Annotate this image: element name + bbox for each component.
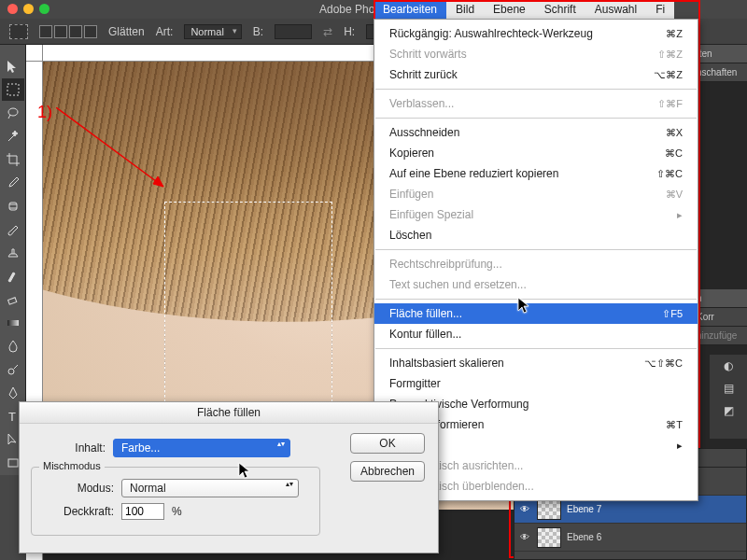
lasso-tool[interactable] [2, 102, 24, 124]
menu-fade[interactable]: Verblassen...⇧⌘F [374, 93, 698, 114]
clone-stamp-tool[interactable] [2, 242, 24, 264]
menu-auswahl[interactable]: Auswahl [585, 0, 646, 19]
dodge-tool[interactable] [2, 358, 24, 381]
annotation-arrow [56, 107, 177, 201]
menu-stroke[interactable]: Kontur füllen... [374, 324, 698, 344]
svg-rect-0 [7, 84, 19, 95]
menu-bar: Bearbeiten Bild Ebene Schrift Auswahl Fi [374, 0, 674, 19]
tool-preset-icon[interactable] [9, 24, 28, 39]
panel-tab[interactable]: n [691, 289, 747, 308]
svg-marker-9 [153, 176, 163, 187]
selection-marquee[interactable] [164, 202, 332, 407]
modus-label: Modus: [39, 482, 114, 495]
svg-rect-3 [8, 298, 17, 304]
zoom-window-button[interactable] [39, 4, 49, 14]
menu-cut[interactable]: Ausschneiden⌘X [374, 122, 698, 143]
cursor-icon [517, 297, 530, 315]
blend-group-title: Mischmodus [39, 460, 105, 471]
eraser-tool[interactable] [2, 288, 24, 311]
menu-bearbeiten[interactable]: Bearbeiten [374, 0, 446, 19]
ok-button[interactable]: OK [350, 433, 425, 454]
menu-paste[interactable]: Einfügen⌘V [374, 184, 698, 204]
opt-b-label: B: [253, 25, 263, 38]
menu-step-backward[interactable]: Schritt zurück⌥⌘Z [374, 64, 698, 85]
opt-art-label: Art: [156, 25, 174, 38]
adj-icon[interactable]: ◐ [710, 355, 747, 377]
layer-name[interactable]: Ebene 6 [567, 532, 601, 542]
menu-step-forward[interactable]: Schritt vorwärts⇧⌘Z [374, 44, 698, 64]
panel-group-1: ften nschaften [691, 45, 747, 82]
ruler-corner [26, 45, 43, 62]
deckkraft-label: Deckkraft: [39, 505, 114, 518]
menu-find-replace[interactable]: Text suchen und ersetzen... [374, 274, 698, 295]
opt-art-select[interactable]: Normal [184, 24, 241, 39]
layer-row[interactable]: 👁 Ebene 6 [514, 524, 746, 552]
move-tool[interactable] [2, 55, 24, 77]
visibility-toggle[interactable]: 👁 [518, 504, 531, 514]
layer-thumbnail[interactable] [537, 527, 561, 548]
adjustment-icons: ◐ ▤ ◩ [710, 355, 747, 439]
sel-mode-sub-icon[interactable] [69, 25, 82, 38]
blur-tool[interactable] [2, 335, 24, 357]
menu-filter[interactable]: Fi [646, 0, 674, 19]
sel-mode-new-icon[interactable] [39, 25, 52, 38]
svg-point-5 [8, 369, 14, 374]
menu-fill[interactable]: Fläche füllen...⇧F5 [374, 303, 698, 324]
opt-width-input[interactable] [275, 24, 312, 39]
inhalt-label: Inhalt: [31, 441, 106, 455]
inhalt-select[interactable]: Farbe... [113, 439, 290, 457]
eyedropper-tool[interactable] [2, 172, 24, 194]
svg-text:T: T [8, 410, 16, 424]
menu-puppet-warp[interactable]: Formgitter [374, 373, 698, 394]
menu-bild[interactable]: Bild [446, 0, 484, 19]
panel-tab[interactable]: nschaften [691, 63, 747, 82]
panel-tab[interactable]: ften [691, 45, 747, 63]
crop-tool[interactable] [2, 148, 24, 171]
window-controls [7, 4, 49, 14]
opt-h-label: H: [344, 25, 355, 38]
panel-hint: hinzufüge [691, 327, 747, 345]
annotation-1: 1) [37, 103, 52, 122]
menu-copy[interactable]: Kopieren⌘C [374, 143, 698, 163]
panel-group-2: n Korr hinzufüge [691, 289, 747, 345]
menu-schrift[interactable]: Schrift [535, 0, 585, 19]
menu-copy-merged[interactable]: Auf eine Ebene reduziert kopieren⇧⌘C [374, 163, 698, 184]
svg-rect-7 [8, 459, 18, 467]
adj-icon[interactable]: ▤ [710, 377, 747, 399]
panel-tab[interactable]: Korr [691, 308, 747, 327]
menu-undo[interactable]: Rückgängig: Auswahlrechteck-Werkzeug⌘Z [374, 23, 698, 44]
menu-paste-special[interactable]: Einfügen Spezial▸ [374, 204, 698, 225]
magic-wand-tool[interactable] [2, 125, 24, 147]
svg-rect-2 [9, 203, 17, 210]
marquee-tool[interactable] [2, 78, 24, 101]
deckkraft-input[interactable] [121, 503, 164, 520]
blend-group: Mischmodus Modus: Normal Deckkraft: % [31, 467, 320, 536]
svg-rect-4 [7, 320, 19, 326]
menu-spelling[interactable]: Rechtschreibprüfung... [374, 254, 698, 274]
history-brush-tool[interactable] [2, 265, 24, 287]
gradient-tool[interactable] [2, 312, 24, 334]
dialog-title: Fläche füllen [20, 402, 438, 424]
modus-select[interactable]: Normal [121, 479, 299, 497]
close-window-button[interactable] [7, 4, 18, 14]
cursor-icon [238, 462, 251, 481]
layer-thumbnail[interactable] [537, 499, 561, 520]
cancel-button[interactable]: Abbrechen [350, 461, 425, 482]
sel-mode-intersect-icon[interactable] [84, 25, 97, 38]
menu-ebene[interactable]: Ebene [484, 0, 535, 19]
minimize-window-button[interactable] [23, 4, 34, 14]
visibility-toggle[interactable]: 👁 [518, 532, 531, 542]
menu-content-aware-scale[interactable]: Inhaltsbasiert skalieren⌥⇧⌘C [374, 353, 698, 373]
adj-icon[interactable]: ◩ [710, 399, 747, 422]
menu-clear[interactable]: Löschen [374, 225, 698, 245]
svg-line-8 [56, 107, 163, 187]
svg-point-1 [8, 108, 18, 116]
percent-label: % [172, 505, 182, 518]
fill-dialog: Fläche füllen Inhalt: Farbe... OK Abbrec… [19, 401, 439, 553]
opt-glaetten-label: Glätten [108, 25, 145, 38]
layer-name[interactable]: Ebene 7 [567, 504, 601, 514]
sel-mode-add-icon[interactable] [54, 25, 67, 38]
brush-tool[interactable] [2, 218, 24, 241]
healing-brush-tool[interactable] [2, 195, 24, 217]
